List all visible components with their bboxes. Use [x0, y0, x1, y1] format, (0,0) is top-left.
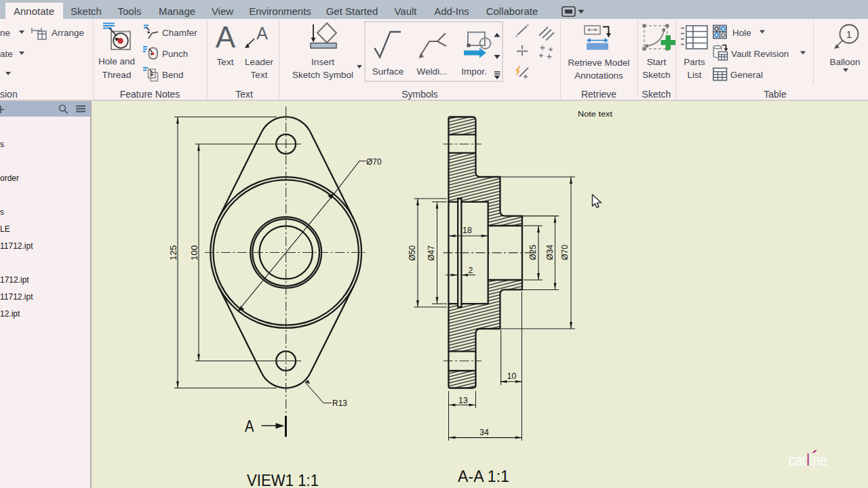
svg-text:Ø50: Ø50	[408, 245, 417, 261]
svg-text:2: 2	[469, 266, 473, 275]
svg-text:Note text: Note text	[578, 110, 613, 118]
svg-text:1: 1	[846, 28, 852, 40]
svg-text:A: A	[256, 24, 268, 43]
svg-text:Ø70: Ø70	[560, 245, 570, 260]
svg-text:Ø47: Ø47	[427, 245, 436, 261]
svg-text:l: l	[806, 451, 809, 470]
svg-text:125: 125	[168, 245, 178, 261]
svg-text:A: A	[216, 20, 236, 54]
svg-text:34: 34	[479, 428, 489, 437]
svg-text:10: 10	[507, 371, 517, 381]
svg-text:100: 100	[189, 245, 199, 261]
svg-text:18: 18	[462, 226, 472, 235]
svg-text:VIEW1 1:1: VIEW1 1:1	[247, 471, 319, 488]
svg-text:Ø25: Ø25	[528, 245, 538, 260]
svg-text:A-A 1:1: A-A 1:1	[458, 467, 509, 485]
svg-text:Ø34: Ø34	[545, 245, 555, 260]
svg-text:A: A	[245, 417, 254, 435]
svg-text:13: 13	[458, 396, 468, 405]
svg-text:Ø70: Ø70	[366, 157, 382, 167]
svg-text:ine: ine	[810, 451, 827, 470]
svg-text:R13: R13	[332, 399, 347, 408]
